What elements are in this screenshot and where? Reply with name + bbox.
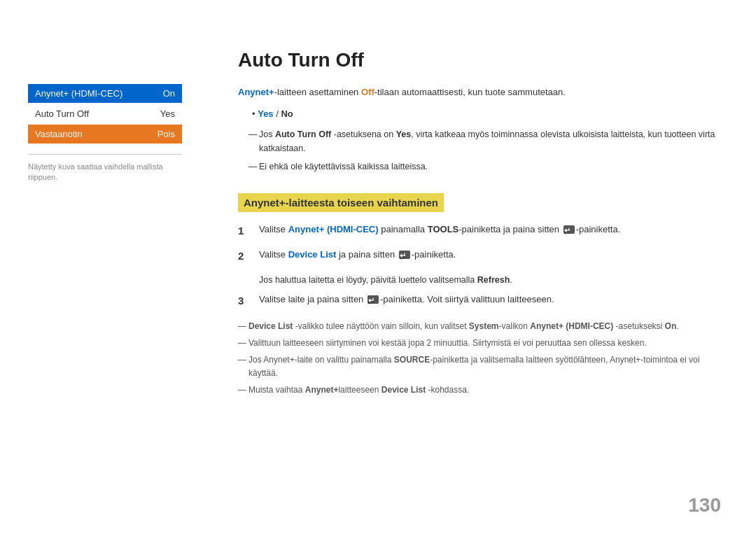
intro-off-highlight: Off — [361, 87, 374, 97]
enter-icon-3: ↵ — [368, 295, 379, 304]
section-heading: Anynet+-laitteesta toiseen vaihtaminen — [238, 193, 444, 212]
intro-text: Anynet+-laitteen asettaminen Off-tilaan … — [238, 85, 721, 100]
menu-item-auto-turn-off-label: Auto Turn Off — [35, 108, 89, 119]
bullet-item: Yes / No — [252, 107, 721, 122]
menu-item-receiver[interactable]: Vastaanotin Pois — [28, 125, 182, 143]
menu-item-auto-turn-off[interactable]: Auto Turn Off Yes — [28, 104, 182, 123]
footer-note-3: Jos Anynet+-laite on valittu painamalla … — [238, 353, 721, 380]
menu-item-receiver-value: Pois — [158, 129, 175, 139]
sub-note-refresh: Jos haluttua laitetta ei löydy, päivitä … — [259, 273, 721, 287]
page-number: 130 — [688, 494, 721, 517]
step-item-3: 3 Valitse laite ja paina sitten ↵-painik… — [238, 293, 721, 309]
fn1-on: On — [665, 321, 677, 331]
menu-item-receiver-label: Vastaanotin — [35, 129, 83, 139]
step-number-2: 2 — [238, 248, 259, 265]
fn4-device-list: Device List — [382, 385, 426, 395]
refresh-link: Refresh — [477, 275, 510, 285]
footer-note-2: Valittuun laitteeseen siirtyminen voi ke… — [238, 337, 721, 350]
step-text-3: Valitse laite ja paina sitten ↵-painiket… — [259, 293, 721, 307]
step-list: 1 Valitse Anynet+ (HDMI-CEC) painamalla … — [238, 223, 721, 265]
note-line-1: Jos Auto Turn Off -asetuksena on Yes, vi… — [248, 127, 721, 155]
fn1-system: System — [469, 321, 499, 331]
fn4-anynet: Anynet+ — [305, 385, 339, 395]
sidebar-note: Näytetty kuva saattaa vaihdella mallista… — [28, 162, 182, 183]
note-auto-turn-off: Auto Turn Off — [275, 129, 331, 139]
menu-item-anynet-value: On — [163, 88, 175, 99]
note-yes: Yes — [396, 129, 412, 139]
step-item-1: 1 Valitse Anynet+ (HDMI-CEC) painamalla … — [238, 223, 721, 239]
step1-anynet: Anynet+ (HDMI-CEC) — [288, 224, 379, 234]
step-number-1: 1 — [238, 223, 259, 239]
enter-icon-2: ↵ — [399, 251, 410, 259]
footer-note-4: Muista vaihtaa Anynet+laitteeseen Device… — [238, 384, 721, 397]
intro-anynet-highlight: Anynet+ — [238, 87, 274, 97]
sidebar: Anynet+ (HDMI-CEC) On Auto Turn Off Yes … — [28, 28, 196, 506]
footer-notes: Device List -valikko tulee näyttöön vain… — [238, 320, 721, 398]
step-item-2: 2 Valitse Device List ja paina sitten ↵-… — [238, 248, 721, 265]
sidebar-divider — [28, 154, 182, 155]
main-content: Auto Turn Off Anynet+-laitteen asettamin… — [196, 28, 721, 506]
step-text-2: Valitse Device List ja paina sitten ↵-pa… — [259, 248, 721, 262]
menu-item-anynet[interactable]: Anynet+ (HDMI-CEC) On — [28, 84, 182, 103]
page-title: Auto Turn Off — [238, 49, 721, 71]
bullet-list: Yes / No — [252, 107, 721, 122]
fn1-anynet: Anynet+ (HDMI-CEC) — [530, 321, 613, 331]
step-number-3: 3 — [238, 293, 259, 309]
menu-item-auto-turn-off-value: Yes — [160, 108, 175, 119]
step-list-3: 3 Valitse laite ja paina sitten ↵-painik… — [238, 293, 721, 309]
step-text-1: Valitse Anynet+ (HDMI-CEC) painamalla TO… — [259, 223, 721, 237]
bullet-yes: Yes — [258, 108, 273, 119]
menu-item-anynet-label: Anynet+ (HDMI-CEC) — [35, 88, 122, 99]
fn1-device-list: Device List — [248, 321, 293, 331]
step2-devicelist: Device List — [288, 249, 337, 260]
enter-icon-1: ↵ — [564, 225, 575, 234]
footer-note-1: Device List -valikko tulee näyttöön vain… — [238, 320, 721, 333]
bullet-no: No — [281, 108, 293, 119]
note-line-2: Ei ehkä ole käytettävissä kaikissa laitt… — [248, 160, 721, 174]
